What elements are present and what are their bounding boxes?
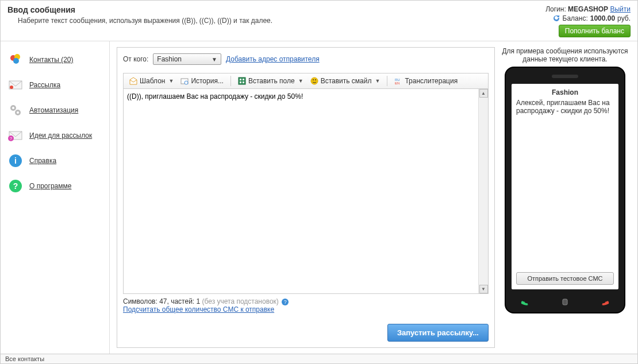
scrollbar[interactable]: ▲ ▼ [478, 89, 488, 293]
sidebar-item-contacts[interactable]: Контакты (20) [1, 47, 109, 72]
phone-call-icon [517, 296, 533, 308]
topup-button[interactable]: Пополнить баланс [559, 25, 631, 37]
scroll-down-icon[interactable]: ▼ [479, 285, 488, 293]
translit-icon: RUEN [394, 77, 402, 85]
grid-icon [238, 77, 246, 85]
insert-field-button[interactable]: Вставить поле ▼ [236, 76, 306, 86]
balance-label: Баланс: [563, 14, 588, 22]
svg-text:EN: EN [395, 82, 399, 85]
phone-end-icon [597, 296, 613, 308]
scroll-up-icon[interactable]: ▲ [479, 89, 488, 98]
chars-label: Символов: [123, 297, 157, 305]
automation-icon [7, 102, 24, 118]
smile-icon [310, 77, 318, 85]
header: Ввод сообщения Наберите текст сообщения,… [1, 1, 637, 41]
history-button[interactable]: История... [178, 76, 226, 86]
status-bar: Все контакты [1, 354, 637, 363]
sidebar-item-automation[interactable]: Автоматизация [1, 98, 109, 123]
sidebar-item-label: Контакты (20) [29, 56, 74, 64]
login-label: Логин: [545, 5, 566, 13]
envelope-clock-icon [180, 77, 189, 85]
svg-rect-21 [240, 82, 241, 83]
phone-speaker [552, 75, 578, 78]
help-icon[interactable]: ? [282, 299, 289, 305]
sidebar-item-ideas[interactable]: ? Идеи для рассылок [1, 123, 109, 148]
translit-button[interactable]: RUEN Транслитерация [392, 76, 460, 86]
svg-point-17 [185, 81, 188, 84]
send-test-button[interactable]: Отправить тестовое СМС [516, 272, 614, 285]
sidebar-item-label: О программе [29, 182, 71, 190]
chevron-down-icon: ▼ [375, 78, 380, 84]
preview-title: Fashion [516, 88, 614, 96]
parts-label: частей: [171, 297, 194, 305]
sidebar-item-label: Рассылка [29, 81, 60, 89]
svg-point-24 [313, 79, 314, 80]
help-icon: i [7, 153, 24, 169]
stats-note: (без учета подстановок) [202, 297, 279, 305]
status-text: Все контакты [5, 355, 44, 362]
balance-unit: руб. [617, 14, 631, 22]
sidebar-item-label: Идеи для рассылок [29, 131, 92, 140]
preview-note: Для примера сообщения используются данны… [499, 47, 631, 63]
from-select[interactable]: Fashion ▼ [153, 53, 221, 65]
svg-rect-19 [240, 79, 241, 80]
svg-rect-28 [563, 299, 567, 305]
separator [230, 76, 231, 86]
about-icon: ? [7, 178, 24, 194]
svg-point-4 [10, 86, 13, 89]
sidebar-item-label: Автоматизация [29, 106, 78, 114]
svg-point-8 [17, 111, 19, 114]
separator [387, 76, 387, 86]
insert-smile-button[interactable]: Вставить смайл ▼ [308, 76, 383, 86]
svg-rect-22 [243, 82, 244, 83]
svg-text:i: i [14, 156, 17, 165]
envelope-open-icon [129, 77, 137, 85]
sidebar-item-mailing[interactable]: Рассылка [1, 72, 109, 98]
svg-text:?: ? [13, 181, 18, 191]
from-label: От кого: [123, 55, 148, 63]
phone-preview: Fashion Алексей, приглашаем Вас на распр… [505, 67, 625, 313]
editor-toolbar: Шаблон ▼ История... Вставить поле ▼ [123, 73, 489, 88]
sidebar-item-about[interactable]: ? О программе [1, 173, 109, 199]
sidebar-item-label: Справка [29, 157, 56, 165]
svg-text:?: ? [10, 137, 12, 141]
svg-point-2 [13, 58, 19, 64]
phone-home-icon [557, 296, 573, 308]
refresh-icon[interactable] [552, 14, 560, 22]
page-title: Ввод сообщения [7, 5, 272, 14]
parts-value: 1 [197, 297, 201, 305]
calc-sms-link[interactable]: Подсчитать общее количество СМС к отправ… [123, 305, 274, 313]
svg-rect-20 [243, 79, 244, 80]
chevron-down-icon: ▼ [212, 56, 217, 63]
template-button[interactable]: Шаблон ▼ [127, 76, 176, 86]
chars-value: 47 [159, 297, 167, 305]
message-textarea[interactable] [124, 89, 478, 293]
contacts-icon [7, 52, 24, 68]
login-value: MEGASHOP [568, 5, 608, 13]
page-subtitle: Наберите текст сообщения, используя выра… [7, 17, 272, 25]
logout-link[interactable]: Выйти [610, 5, 631, 13]
from-value: Fashion [157, 55, 182, 63]
balance-value: 1000.00 [590, 14, 615, 22]
svg-point-25 [315, 79, 316, 80]
run-mailing-button[interactable]: Запустить рассылку... [387, 324, 489, 342]
sidebar-item-help[interactable]: i Справка [1, 148, 109, 173]
preview-body: Алексей, приглашаем Вас на распродажу - … [516, 99, 614, 269]
ideas-icon: ? [7, 127, 24, 144]
svg-point-23 [311, 78, 318, 84]
sidebar: Контакты (20) Рассылка Автоматизация ? И… [1, 41, 110, 354]
svg-rect-18 [239, 78, 245, 84]
chevron-down-icon: ▼ [168, 78, 174, 84]
chevron-down-icon: ▼ [298, 78, 303, 84]
mailing-icon [7, 77, 24, 93]
svg-point-6 [12, 107, 14, 109]
editor-panel: От кого: Fashion ▼ Добавить адрес отправ… [117, 47, 495, 348]
add-sender-link[interactable]: Добавить адрес отправителя [226, 55, 320, 63]
